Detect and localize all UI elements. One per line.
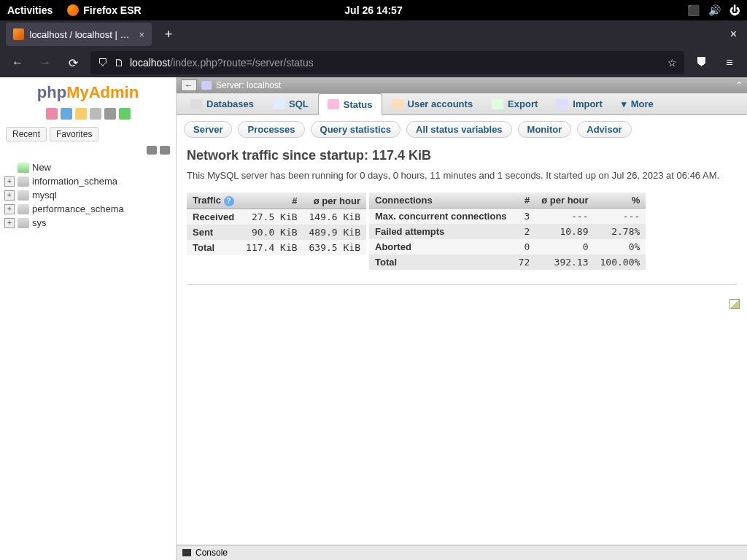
table-row: Total72392.13100.00% bbox=[369, 254, 646, 270]
subtab-monitor[interactable]: Monitor bbox=[518, 121, 572, 138]
tab-title: localhost / localhost | php... bbox=[30, 29, 133, 40]
server-label[interactable]: Server: localhost bbox=[216, 80, 281, 90]
pocket-icon[interactable]: ⛊ bbox=[692, 52, 712, 73]
databases-icon bbox=[190, 99, 202, 109]
export-icon bbox=[492, 99, 503, 109]
settings-icon[interactable] bbox=[104, 108, 116, 120]
collapse-tree-icon[interactable] bbox=[147, 146, 157, 155]
subtab-all-status-variables[interactable]: All status variables bbox=[406, 121, 512, 138]
sidebar-tabs: Recent Favorites bbox=[0, 125, 176, 143]
shield-icon[interactable]: ⛉ bbox=[98, 57, 108, 69]
console-bar[interactable]: Console bbox=[177, 545, 747, 560]
table-row: Max. concurrent connections3------ bbox=[369, 209, 646, 225]
db-icon bbox=[18, 218, 29, 228]
chevron-down-icon: ▾ bbox=[622, 98, 627, 109]
back-button[interactable]: ← bbox=[7, 52, 28, 73]
url-host: localhost bbox=[130, 57, 170, 69]
forward-button: → bbox=[35, 52, 55, 73]
new-db-icon bbox=[18, 163, 29, 173]
status-sub-tabs: Server Processes Query statistics All st… bbox=[177, 115, 747, 144]
connections-table: Connections # ø per hour % Max. concurre… bbox=[369, 192, 646, 270]
table-header-row: Traffic ? # ø per hour bbox=[187, 192, 366, 209]
power-icon[interactable]: ⏻ bbox=[729, 4, 740, 16]
expand-icon[interactable]: + bbox=[4, 218, 15, 228]
col-per-hour: ø per hour bbox=[535, 192, 594, 209]
db-icon bbox=[18, 190, 29, 201]
close-tab-icon[interactable]: × bbox=[139, 29, 144, 40]
lock-icon[interactable]: 🗋 bbox=[114, 57, 124, 69]
browser-chrome: localhost / localhost | php... × + × ← →… bbox=[0, 20, 747, 77]
bookmark-star-icon[interactable]: ☆ bbox=[667, 57, 677, 69]
tab-databases[interactable]: Databases bbox=[181, 93, 263, 114]
clock[interactable]: Jul 26 14:57 bbox=[344, 4, 402, 16]
docs-icon[interactable] bbox=[75, 108, 87, 120]
db-icon bbox=[18, 204, 29, 214]
favorites-tab[interactable]: Favorites bbox=[50, 127, 98, 141]
tab-status[interactable]: Status bbox=[318, 93, 382, 115]
expand-icon[interactable]: + bbox=[4, 190, 15, 201]
tree-performance-schema[interactable]: + performance_schema bbox=[4, 202, 171, 216]
tree-sys[interactable]: + sys bbox=[4, 216, 171, 230]
page-title: Network traffic since startup: 117.4 KiB bbox=[187, 148, 737, 163]
close-window-button[interactable]: × bbox=[726, 28, 741, 41]
status-icon bbox=[328, 99, 339, 109]
col-per-hour: ø per hour bbox=[303, 192, 366, 209]
col-traffic: Traffic ? bbox=[187, 192, 240, 209]
pma-main: ← Server: localhost ⌃ Databases SQL Stat… bbox=[177, 77, 747, 560]
subtab-server[interactable]: Server bbox=[184, 121, 232, 138]
pma-sidebar: phpMyAdmin Recent Favorites New + bbox=[0, 77, 177, 560]
tab-import[interactable]: Import bbox=[547, 93, 611, 114]
home-icon[interactable] bbox=[46, 108, 58, 120]
nav-back-icon[interactable]: ← bbox=[181, 79, 197, 91]
table-row: Total117.4 KiB639.5 KiB bbox=[187, 240, 366, 255]
table-row: Sent90.0 KiB489.9 KiB bbox=[187, 225, 366, 240]
subtab-processes[interactable]: Processes bbox=[238, 121, 304, 138]
sql-tab-icon bbox=[273, 99, 285, 109]
tree-mysql[interactable]: + mysql bbox=[4, 188, 171, 202]
reload-button[interactable]: ⟳ bbox=[63, 52, 83, 73]
tree-information-schema[interactable]: + information_schema bbox=[4, 174, 171, 188]
hamburger-menu-icon[interactable]: ≡ bbox=[719, 52, 740, 73]
db-tree: New + information_schema + mysql + perfo… bbox=[0, 158, 176, 233]
tab-bar: localhost / localhost | php... × + × bbox=[0, 20, 747, 48]
col-pct: % bbox=[595, 192, 646, 209]
import-icon bbox=[557, 99, 568, 109]
recent-tab[interactable]: Recent bbox=[6, 127, 47, 141]
app-indicator[interactable]: Firefox ESR bbox=[67, 4, 141, 16]
browser-tab[interactable]: localhost / localhost | php... × bbox=[6, 23, 152, 46]
tree-new[interactable]: New bbox=[4, 160, 171, 174]
network-icon[interactable]: ⬛ bbox=[687, 4, 700, 16]
os-top-bar: Activities Firefox ESR Jul 26 14:57 ⬛ 🔊 … bbox=[0, 0, 747, 20]
volume-icon[interactable]: 🔊 bbox=[708, 4, 721, 16]
subtab-advisor[interactable]: Advisor bbox=[577, 121, 631, 138]
table-row: Aborted000% bbox=[369, 239, 646, 254]
activities-button[interactable]: Activities bbox=[7, 4, 53, 16]
help-icon[interactable]: ? bbox=[224, 196, 234, 206]
expand-icon[interactable]: + bbox=[4, 176, 15, 187]
firefox-icon bbox=[67, 4, 79, 16]
subtab-query-statistics[interactable]: Query statistics bbox=[311, 121, 401, 138]
sticky-note-icon[interactable] bbox=[729, 299, 740, 309]
server-breadcrumb: ← Server: localhost ⌃ bbox=[177, 77, 747, 93]
url-bar[interactable]: ⛉ 🗋 localhost/index.php?route=/server/st… bbox=[90, 51, 684, 74]
table-header-row: Connections # ø per hour % bbox=[369, 192, 646, 209]
nav-toolbar: ← → ⟳ ⛉ 🗋 localhost/index.php?route=/ser… bbox=[0, 48, 747, 77]
link-tree-icon[interactable] bbox=[160, 146, 170, 155]
expand-icon[interactable]: + bbox=[4, 204, 15, 214]
traffic-table: Traffic ? # ø per hour Received27.5 KiB1… bbox=[187, 192, 366, 255]
collapse-panel-icon[interactable]: ⌃ bbox=[735, 80, 743, 90]
tab-more[interactable]: ▾More bbox=[612, 93, 663, 114]
tab-export[interactable]: Export bbox=[482, 93, 547, 114]
status-tables: Traffic ? # ø per hour Received27.5 KiB1… bbox=[187, 192, 737, 270]
console-icon bbox=[182, 549, 191, 556]
logout-icon[interactable] bbox=[61, 108, 72, 120]
tab-sql[interactable]: SQL bbox=[263, 93, 318, 114]
tab-user-accounts[interactable]: User accounts bbox=[382, 93, 483, 114]
reload-icon[interactable] bbox=[119, 108, 131, 120]
pma-frame: phpMyAdmin Recent Favorites New + bbox=[0, 77, 747, 560]
sql-icon[interactable] bbox=[90, 108, 101, 120]
db-icon bbox=[18, 176, 29, 187]
new-tab-button[interactable]: + bbox=[158, 27, 179, 42]
col-num: # bbox=[240, 192, 303, 209]
pma-logo[interactable]: phpMyAdmin bbox=[0, 77, 176, 105]
